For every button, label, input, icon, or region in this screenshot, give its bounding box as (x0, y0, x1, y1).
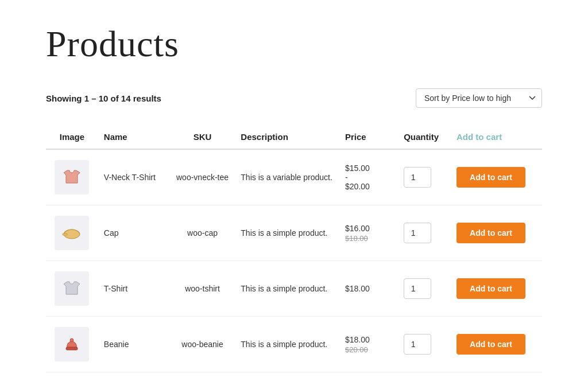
products-table: Image Name SKU Description Price Quantit… (46, 125, 542, 372)
toolbar: Showing 1 – 10 of 14 results Sort by Pri… (46, 88, 542, 108)
table-row: Beaniewoo-beanieThis is a simple product… (46, 317, 542, 372)
product-sku-vneck: woo-vneck-tee (170, 149, 235, 205)
product-addcart-cell-tshirt: Add to cart (451, 261, 542, 317)
quantity-input-vneck[interactable] (404, 167, 431, 188)
col-header-name: Name (98, 125, 170, 149)
product-price-tshirt: $18.00 (339, 261, 398, 317)
quantity-input-tshirt[interactable] (404, 278, 431, 299)
product-addcart-cell-beanie: Add to cart (451, 317, 542, 372)
col-header-sku: SKU (170, 125, 235, 149)
product-price-beanie: $18.00$20.00 (339, 317, 398, 372)
product-description-cap: This is a simple product. (235, 205, 339, 261)
page-title: Products (46, 23, 542, 65)
add-to-cart-button-tshirt[interactable]: Add to cart (457, 278, 525, 299)
product-quantity-cell-cap (398, 205, 451, 261)
add-to-cart-button-cap[interactable]: Add to cart (457, 223, 525, 243)
product-image-tshirt (55, 271, 89, 306)
price-original: $20.00 (345, 345, 392, 354)
quantity-input-cap[interactable] (404, 223, 431, 243)
product-addcart-cell-cap: Add to cart (451, 205, 542, 261)
product-sku-tshirt: woo-tshirt (170, 261, 235, 317)
product-name-beanie: Beanie (98, 317, 170, 372)
product-image-cell-cap (46, 205, 98, 261)
product-description-tshirt: This is a simple product. (235, 261, 339, 317)
product-quantity-cell-tshirt (398, 261, 451, 317)
product-image-cap (55, 216, 89, 250)
svg-rect-2 (66, 347, 78, 350)
product-price-vneck: $15.00-$20.00 (339, 149, 398, 205)
product-description-vneck: This is a variable product. (235, 149, 339, 205)
price-main: $18.00 (345, 284, 370, 293)
product-quantity-cell-beanie (398, 317, 451, 372)
quantity-input-beanie[interactable] (404, 334, 431, 355)
product-image-cell-beanie (46, 317, 98, 372)
product-image-vneck (55, 160, 89, 194)
table-row: V-Neck T-Shirtwoo-vneck-teeThis is a var… (46, 149, 542, 205)
col-header-addcart: Add to cart (451, 125, 542, 149)
product-description-beanie: This is a simple product. (235, 317, 339, 372)
table-header-row: Image Name SKU Description Price Quantit… (46, 125, 542, 149)
add-to-cart-button-beanie[interactable]: Add to cart (457, 334, 525, 355)
results-count: Showing 1 – 10 of 14 results (46, 94, 161, 103)
price-main: $16.00 (345, 224, 370, 233)
product-sku-cap: woo-cap (170, 205, 235, 261)
product-price-cap: $16.00$18.00 (339, 205, 398, 261)
col-header-quantity: Quantity (398, 125, 451, 149)
price-main: $18.00 (345, 335, 370, 344)
product-name-cap: Cap (98, 205, 170, 261)
price-range: $15.00-$20.00 (345, 164, 370, 191)
svg-point-3 (70, 339, 74, 342)
product-image-cell-vneck (46, 149, 98, 205)
product-sku-beanie: woo-beanie (170, 317, 235, 372)
sort-select[interactable]: Sort by Price low to highSort by Price h… (416, 88, 542, 108)
product-image-beanie (55, 327, 89, 361)
product-name-vneck: V-Neck T-Shirt (98, 149, 170, 205)
col-header-price: Price (339, 125, 398, 149)
table-row: Capwoo-capThis is a simple product.$16.0… (46, 205, 542, 261)
product-addcart-cell-vneck: Add to cart (451, 149, 542, 205)
col-header-image: Image (46, 125, 98, 149)
svg-rect-1 (63, 234, 67, 235)
product-quantity-cell-vneck (398, 149, 451, 205)
col-header-description: Description (235, 125, 339, 149)
product-name-tshirt: T-Shirt (98, 261, 170, 317)
product-image-cell-tshirt (46, 261, 98, 317)
table-row: T-Shirtwoo-tshirtThis is a simple produc… (46, 261, 542, 317)
price-original: $18.00 (345, 234, 392, 243)
add-to-cart-button-vneck[interactable]: Add to cart (457, 167, 525, 188)
